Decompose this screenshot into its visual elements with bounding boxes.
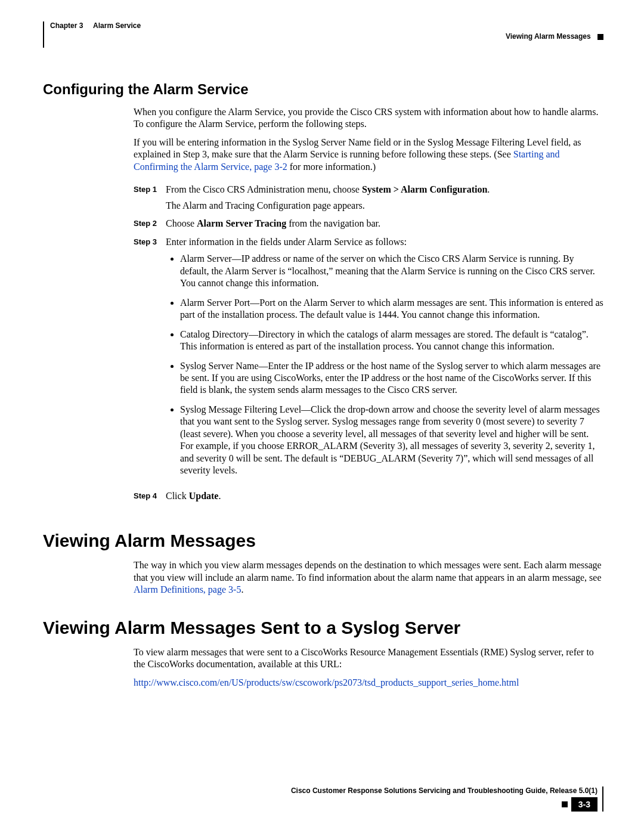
section3-body: To view alarm messages that were sent to… [134,646,603,689]
step-label: Step 2 [134,218,166,230]
list-item: Alarm Server Port—Port on the Alarm Serv… [180,297,603,321]
square-icon [562,801,568,807]
header-right: Viewing Alarm Messages [50,32,603,41]
step-label: Step 3 [134,236,166,484]
step-4: Step 4 Click Update. [134,490,603,502]
text: . [487,184,490,194]
para: http://www.cisco.com/en/US/products/sw/c… [134,677,603,689]
page: Chapter 3 Alarm Service Viewing Alarm Me… [0,0,644,833]
bold-term: Alarm Server Tracing [197,218,286,228]
text: From the Cisco CRS Administration menu, … [166,184,362,194]
step-1: Step 1 From the Cisco CRS Administration… [134,184,603,212]
para: The way in which you view alarm messages… [134,559,603,596]
step-body: From the Cisco CRS Administration menu, … [166,184,603,212]
header-section: Viewing Alarm Messages [506,32,591,41]
para: If you will be entering information in t… [134,137,603,173]
section2-body: The way in which you view alarm messages… [134,559,603,596]
section-title-configuring: Configuring the Alarm Service [43,81,603,98]
text: for more information.) [287,162,376,172]
text: . [241,584,243,594]
steps: Step 1 From the Cisco CRS Administration… [134,184,603,502]
step-2: Step 2 Choose Alarm Server Tracing from … [134,218,603,230]
list-item: Catalog Directory—Directory in which the… [180,329,603,353]
section-title-syslog: Viewing Alarm Messages Sent to a Syslog … [43,618,603,638]
page-header: Chapter 3 Alarm Service Viewing Alarm Me… [43,21,603,48]
text: . [218,491,221,501]
bold-term: Update [189,491,219,501]
bullet-list: Alarm Server—IP address or name of the s… [166,253,603,477]
text: Click [166,491,189,501]
footer-bar: 3-3 [43,797,597,812]
content: Configuring the Alarm Service When you c… [43,81,603,689]
text: The way in which you view alarm messages… [134,560,602,582]
list-item: Syslog Message Filtering Level—Click the… [180,404,603,477]
text: Choose [166,218,197,228]
step-body: Click Update. [166,490,603,502]
step-body: Enter information in the fields under Al… [166,236,603,484]
list-item: Syslog Server Name—Enter the IP address … [180,360,603,397]
list-item: Alarm Server—IP address or name of the s… [180,253,603,289]
page-footer: Cisco Customer Response Solutions Servic… [43,786,603,812]
step-body: Choose Alarm Server Tracing from the nav… [166,218,603,230]
text: Enter information in the fields under Al… [166,237,407,247]
step-sub: The Alarm and Tracing Configuration page… [166,200,603,212]
para: To view alarm messages that were sent to… [134,646,603,671]
text: from the navigation bar. [286,218,380,228]
footer-title: Cisco Customer Response Solutions Servic… [43,786,597,795]
step-label: Step 4 [134,490,166,502]
link-alarm-definitions[interactable]: Alarm Definitions, page 3-5 [134,584,241,594]
step-3: Step 3 Enter information in the fields u… [134,236,603,484]
chapter-label: Chapter 3 [50,21,83,30]
link-cisco-url[interactable]: http://www.cisco.com/en/US/products/sw/c… [134,677,519,688]
page-number: 3-3 [571,797,597,812]
menu-path: System > Alarm Configuration [362,184,487,194]
section-title-viewing: Viewing Alarm Messages [43,531,603,551]
para: When you configure the Alarm Service, yo… [134,106,603,131]
step-label: Step 1 [134,184,166,212]
chapter-title: Alarm Service [93,21,141,30]
square-icon [597,34,603,40]
section1-body: When you configure the Alarm Service, yo… [134,106,603,502]
header-left: Chapter 3 Alarm Service [50,21,603,30]
